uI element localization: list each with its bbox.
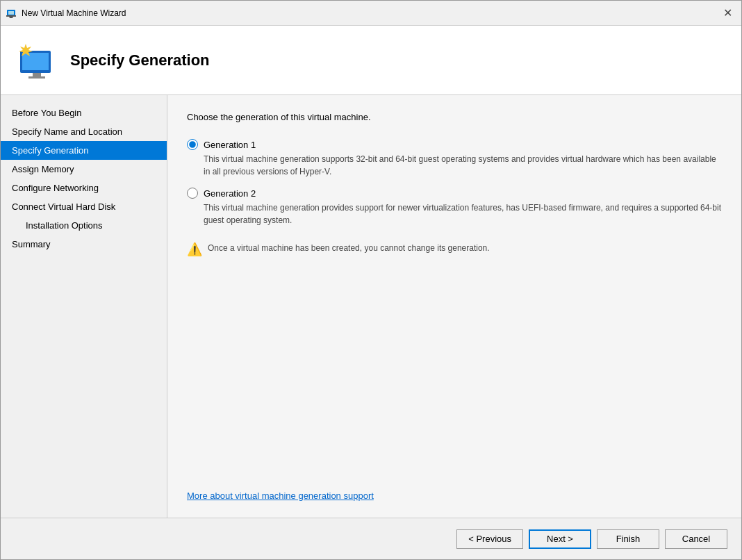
sidebar-item-specify-name-location[interactable]: Specify Name and Location [1, 122, 167, 141]
svg-rect-1 [8, 11, 14, 15]
sidebar-item-summary[interactable]: Summary [1, 235, 167, 254]
generation-2-radio[interactable] [187, 188, 198, 199]
warning-icon: ⚠️ [187, 243, 202, 256]
generation-2-option: Generation 2 This virtual machine genera… [187, 188, 722, 227]
generation-1-description: This virtual machine generation supports… [204, 153, 722, 178]
link-area: More about virtual machine generation su… [187, 477, 722, 501]
close-button[interactable]: ✕ [719, 5, 736, 22]
generation-2-description: This virtual machine generation provides… [204, 201, 722, 227]
next-button[interactable]: Next > [529, 529, 591, 549]
wizard-nav: Before You Begin Specify Name and Locati… [1, 95, 167, 518]
svg-marker-3 [9, 17, 13, 18]
finish-button[interactable]: Finish [597, 529, 659, 549]
wizard-header-icon [15, 38, 59, 83]
previous-button[interactable]: < Previous [456, 529, 523, 549]
warning-text: Once a virtual machine has been created,… [208, 243, 490, 253]
generation-1-option: Generation 1 This virtual machine genera… [187, 139, 722, 178]
svg-rect-5 [22, 53, 49, 70]
wizard-content: Choose the generation of this virtual ma… [167, 95, 741, 518]
title-bar-left: New Virtual Machine Wizard [6, 8, 126, 19]
wizard-window: New Virtual Machine Wizard ✕ Specify Gen… [0, 0, 742, 560]
sidebar-item-configure-networking[interactable]: Configure Networking [1, 179, 167, 197]
svg-rect-2 [6, 15, 16, 17]
sidebar-item-assign-memory[interactable]: Assign Memory [1, 160, 167, 179]
generation-1-label[interactable]: Generation 1 [204, 140, 256, 150]
window-title: New Virtual Machine Wizard [22, 8, 126, 18]
content-description: Choose the generation of this virtual ma… [187, 112, 722, 122]
wizard-body: Before You Begin Specify Name and Locati… [1, 95, 741, 518]
sidebar-item-connect-virtual-hard-disk[interactable]: Connect Virtual Hard Disk [1, 197, 167, 216]
svg-rect-7 [28, 76, 45, 79]
page-title: Specify Generation [70, 51, 210, 69]
app-icon [6, 8, 17, 19]
sidebar-item-specify-generation[interactable]: Specify Generation [1, 141, 167, 160]
wizard-header: Specify Generation [1, 26, 741, 95]
sidebar-item-before-you-begin[interactable]: Before You Begin [1, 104, 167, 122]
generation-1-row: Generation 1 [187, 139, 722, 150]
generation-2-label[interactable]: Generation 2 [204, 188, 256, 199]
title-bar: New Virtual Machine Wizard ✕ [1, 1, 741, 26]
generation-radio-group: Generation 1 This virtual machine genera… [187, 139, 722, 227]
wizard-footer: < Previous Next > Finish Cancel [1, 518, 741, 559]
generation-1-radio[interactable] [187, 139, 198, 150]
warning-row: ⚠️ Once a virtual machine has been creat… [187, 243, 722, 256]
sidebar-item-installation-options[interactable]: Installation Options [1, 216, 167, 235]
cancel-button[interactable]: Cancel [665, 529, 727, 549]
learn-more-link[interactable]: More about virtual machine generation su… [187, 491, 374, 501]
generation-2-row: Generation 2 [187, 188, 722, 199]
